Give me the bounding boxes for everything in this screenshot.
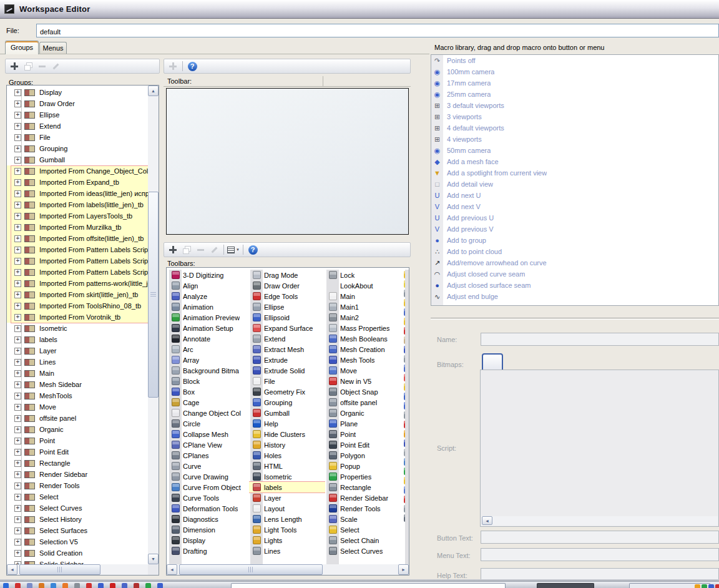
help-icon[interactable]: ?: [247, 243, 259, 256]
script-field[interactable]: ◄: [480, 370, 719, 527]
title-bar[interactable]: Workspace Editor: [0, 0, 719, 19]
expand-plus-icon[interactable]: [14, 303, 21, 310]
expand-plus-icon[interactable]: [14, 292, 21, 298]
view-mode-button[interactable]: ▼: [227, 243, 240, 256]
copy-toolbar-button[interactable]: [180, 243, 193, 256]
macro-list-item[interactable]: ∿ Adjust end bulge: [431, 291, 718, 302]
groups-vertical-scrollbar[interactable]: ▲ ▼: [148, 86, 159, 564]
toolbar-list-item[interactable]: History: [249, 439, 325, 450]
toolbar-list-item[interactable]: LookAbout: [325, 280, 403, 291]
tray-icon[interactable]: [695, 584, 700, 588]
toolbar-list-item[interactable]: Display: [168, 535, 249, 546]
expand-plus-icon[interactable]: [14, 426, 21, 433]
toolbar-list-item[interactable]: Isometric: [249, 471, 325, 482]
taskbar-app-icon[interactable]: [110, 583, 115, 588]
expand-plus-icon[interactable]: [14, 213, 21, 220]
expand-plus-icon[interactable]: [14, 258, 21, 265]
taskbar-app-icon[interactable]: [134, 583, 139, 588]
toolbar-preview-area[interactable]: [166, 88, 409, 235]
group-tree-item[interactable]: Imported From LayersTools_tb: [7, 210, 148, 222]
expand-plus-icon[interactable]: [14, 494, 21, 501]
groups-tree[interactable]: Display Draw Order Ellipse Extend File: [6, 85, 159, 576]
toolbar-list-item[interactable]: Array: [168, 355, 249, 365]
group-tree-item[interactable]: Main: [7, 368, 148, 379]
taskbar-app-icon[interactable]: [74, 583, 80, 588]
toolbar-list-item[interactable]: Help: [249, 418, 325, 429]
group-tree-item[interactable]: Organic: [7, 424, 148, 435]
toolbar-list-item[interactable]: Drag Mode: [249, 270, 325, 280]
toolbar-list-item[interactable]: Diagnostics: [168, 514, 249, 524]
taskbar-app-icon[interactable]: [157, 583, 163, 588]
toolbar-list-item[interactable]: offsite panel: [325, 397, 403, 408]
macro-list-item[interactable]: ◉ 50mm camera: [431, 145, 718, 156]
group-tree-item[interactable]: Select Curves: [7, 502, 148, 514]
toolbar-list-item[interactable]: Animation Setup: [168, 323, 249, 333]
horizontal-scroll-thumb[interactable]: [19, 564, 100, 575]
toolbar-list-item[interactable]: Change Object Col: [168, 408, 249, 418]
tab-groups[interactable]: Groups: [5, 41, 39, 54]
toolbar-list-item[interactable]: Light Tools: [249, 524, 325, 535]
toolbar-list-item[interactable]: Draw Order: [249, 280, 325, 291]
expand-plus-icon[interactable]: [14, 483, 21, 489]
group-tree-item[interactable]: Mesh Sidebar: [7, 379, 148, 390]
macro-list-item[interactable]: ● Add to group: [431, 235, 718, 246]
toolbar-list-item[interactable]: Extrude Solid: [249, 365, 325, 376]
toolbar-list-item[interactable]: Curve Drawing: [168, 471, 249, 482]
group-tree-item[interactable]: Imported From Pattern Labels Script_: [7, 267, 148, 278]
group-tree-item[interactable]: Imported From labels(little_jen)_tb: [7, 199, 148, 210]
macro-list-item[interactable]: ◉ 25mm camera: [431, 89, 718, 100]
group-tree-item[interactable]: Layer: [7, 345, 148, 356]
expand-plus-icon[interactable]: [14, 168, 21, 175]
scroll-right-icon[interactable]: ►: [398, 564, 409, 575]
toolbar-list-item[interactable]: Mesh Creation: [325, 344, 403, 355]
toolbar-list-item[interactable]: Lens Length: [249, 514, 325, 524]
toolbar-list-item[interactable]: Select Curves: [325, 546, 403, 556]
toolbar-list-item[interactable]: Analyze: [168, 291, 249, 301]
toolbar-list-item[interactable]: Select Chain: [325, 535, 403, 546]
copy-group-button[interactable]: [22, 60, 34, 72]
expand-plus-icon[interactable]: [14, 134, 21, 141]
taskbar-app-icon[interactable]: [51, 583, 56, 588]
help-icon[interactable]: ?: [186, 60, 198, 72]
toolbar-list-item[interactable]: Arc: [168, 344, 249, 355]
expand-plus-icon[interactable]: [14, 415, 21, 422]
group-tree-item[interactable]: Display: [7, 87, 148, 98]
toolbar-list-item[interactable]: Animation Preview: [168, 312, 249, 323]
expand-plus-icon[interactable]: [14, 393, 21, 399]
toolbar-list-item[interactable]: Extract Mesh: [249, 344, 325, 355]
group-tree-item[interactable]: Imported From Change_Object_Color: [7, 165, 148, 177]
group-tree-item[interactable]: Gumball: [7, 154, 148, 165]
toolbar-list-item[interactable]: Align: [168, 280, 249, 291]
group-tree-item[interactable]: Solids Sidebar: [7, 559, 148, 564]
scroll-left-icon[interactable]: ◄: [7, 564, 17, 575]
toolbar-list-item[interactable]: Lines: [249, 546, 325, 556]
add-button-button[interactable]: [167, 60, 179, 72]
toolbar-list-item[interactable]: Gumball: [249, 408, 325, 418]
expand-plus-icon[interactable]: [14, 336, 21, 343]
button-text-field[interactable]: [481, 531, 719, 544]
group-tree-item[interactable]: Isometric: [7, 323, 148, 334]
group-tree-item[interactable]: Rectangle: [7, 458, 148, 469]
toolbar-list-item[interactable]: Lock: [325, 270, 403, 280]
group-tree-item[interactable]: Imported From Vorotnik_tb: [7, 311, 148, 323]
group-tree-item[interactable]: Imported From Murzilka_tb: [7, 222, 148, 233]
group-tree-item[interactable]: Select: [7, 491, 148, 502]
macro-list-item[interactable]: ∴ Add to point cloud: [431, 246, 718, 257]
expand-plus-icon[interactable]: [14, 280, 21, 287]
taskbar-app-icon[interactable]: [86, 583, 92, 588]
expand-plus-icon[interactable]: [14, 145, 21, 152]
group-tree-item[interactable]: MeshTools: [7, 390, 148, 401]
toolbar-list-item[interactable]: Cage: [168, 397, 249, 408]
taskbar-app-icon[interactable]: [39, 583, 44, 588]
expand-plus-icon[interactable]: [14, 370, 21, 377]
expand-plus-icon[interactable]: [14, 449, 21, 456]
add-group-button[interactable]: [8, 60, 21, 72]
toolbar-list-item[interactable]: Extrude: [249, 355, 325, 365]
macro-list-item[interactable]: ◉ 100mm camera: [431, 66, 718, 77]
edit-toolbar-button[interactable]: [208, 243, 220, 256]
expand-plus-icon[interactable]: [14, 269, 21, 276]
toolbar-list-item[interactable]: Block: [168, 376, 249, 386]
toolbar-list-item[interactable]: Ellipse: [249, 301, 325, 312]
group-tree-item[interactable]: File: [7, 132, 148, 143]
toolbar-list-item[interactable]: Object Snap: [325, 386, 403, 397]
